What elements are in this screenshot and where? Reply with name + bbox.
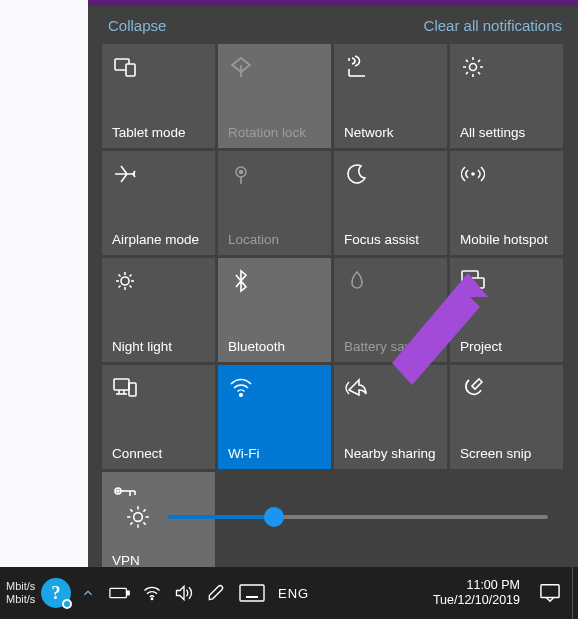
taskbar-language[interactable]: ENG — [272, 586, 315, 601]
svg-line-41 — [130, 509, 132, 511]
tile-location[interactable]: Location — [218, 151, 331, 255]
tile-label: Location — [228, 232, 279, 247]
tile-label: Rotation lock — [228, 125, 306, 140]
tile-all-settings[interactable]: All settings — [450, 44, 563, 148]
tile-label: Nearby sharing — [344, 446, 436, 461]
tile-label: Bluetooth — [228, 339, 285, 354]
svg-point-12 — [121, 277, 129, 285]
taskbar-wifi-icon[interactable] — [136, 567, 168, 619]
svg-point-49 — [151, 598, 153, 600]
tile-nearby-sharing[interactable]: Nearby sharing — [334, 365, 447, 469]
svg-rect-47 — [110, 588, 127, 597]
svg-line-17 — [119, 275, 121, 277]
project-icon — [460, 268, 486, 294]
network-icon — [344, 54, 370, 80]
help-badge-icon[interactable]: ? — [40, 567, 72, 619]
slider-thumb[interactable] — [264, 507, 284, 527]
bluetooth-icon — [228, 268, 254, 294]
svg-rect-22 — [471, 278, 484, 288]
svg-rect-1 — [126, 64, 135, 76]
tile-battery-saver[interactable]: Battery saver — [334, 258, 447, 362]
svg-point-11 — [471, 172, 475, 176]
taskbar-touch-keyboard-icon[interactable] — [232, 567, 272, 619]
net-meter: Mbit/s Mbit/s — [0, 580, 40, 606]
svg-rect-48 — [127, 591, 129, 595]
tablet-mode-icon — [112, 54, 138, 80]
tile-label: VPN — [112, 553, 140, 568]
svg-point-30 — [240, 394, 243, 397]
tray-overflow-chevron-icon[interactable] — [72, 567, 104, 619]
tile-wifi[interactable]: Wi-Fi — [218, 365, 331, 469]
tile-connect[interactable]: Connect — [102, 365, 215, 469]
settings-icon — [460, 54, 486, 80]
taskbar-volume-icon[interactable] — [168, 567, 200, 619]
brightness-row — [88, 497, 578, 537]
show-desktop-button[interactable] — [572, 567, 578, 619]
tile-label: Screen snip — [460, 446, 531, 461]
action-center-panel: Collapse Clear all notifications Tablet … — [88, 6, 578, 567]
tile-night-light[interactable]: Night light — [102, 258, 215, 362]
svg-rect-25 — [114, 379, 129, 390]
tile-focus-assist[interactable]: Focus assist — [334, 151, 447, 255]
svg-point-35 — [117, 490, 119, 492]
airplane-icon — [112, 161, 138, 187]
svg-line-20 — [130, 275, 132, 277]
taskbar-battery-icon[interactable] — [104, 567, 136, 619]
battery-saver-icon — [344, 268, 370, 294]
tile-label: Network — [344, 125, 394, 140]
hotspot-icon — [460, 161, 486, 187]
tile-label: All settings — [460, 125, 525, 140]
tile-tablet-mode[interactable]: Tablet mode — [102, 44, 215, 148]
svg-point-9 — [240, 171, 243, 174]
svg-rect-51 — [240, 585, 264, 601]
slider-track-filled — [168, 515, 274, 519]
svg-line-19 — [119, 286, 121, 288]
svg-line-44 — [143, 509, 145, 511]
svg-line-43 — [130, 522, 132, 524]
tile-label: Airplane mode — [112, 232, 199, 247]
svg-marker-50 — [177, 586, 185, 599]
tile-airplane-mode[interactable]: Airplane mode — [102, 151, 215, 255]
tile-bluetooth[interactable]: Bluetooth — [218, 258, 331, 362]
svg-rect-29 — [129, 383, 136, 396]
connect-icon — [112, 375, 138, 401]
rotation-lock-icon — [228, 54, 254, 80]
taskbar-action-center-icon[interactable] — [528, 567, 572, 619]
moon-icon — [344, 161, 370, 187]
night-light-icon — [112, 268, 138, 294]
taskbar: Mbit/s Mbit/s ? ENG 11:00 PM Tue/12/10/2… — [0, 567, 578, 619]
tile-screen-snip[interactable]: Screen snip — [450, 365, 563, 469]
taskbar-pen-icon[interactable] — [200, 567, 232, 619]
tile-label: Battery saver — [344, 339, 424, 354]
svg-line-42 — [143, 522, 145, 524]
location-icon — [228, 161, 254, 187]
svg-point-36 — [134, 513, 143, 522]
screen-snip-icon — [460, 375, 486, 401]
tile-rotation-lock[interactable]: Rotation lock — [218, 44, 331, 148]
clear-all-notifications-link[interactable]: Clear all notifications — [424, 17, 562, 34]
tile-project[interactable]: Project — [450, 258, 563, 362]
tile-label: Connect — [112, 446, 162, 461]
nearby-share-icon — [344, 375, 370, 401]
tile-mobile-hotspot[interactable]: Mobile hotspot — [450, 151, 563, 255]
wifi-icon — [228, 375, 254, 401]
tile-label: Mobile hotspot — [460, 232, 548, 247]
svg-point-7 — [470, 64, 477, 71]
tile-label: Focus assist — [344, 232, 419, 247]
tile-label: Tablet mode — [112, 125, 186, 140]
collapse-link[interactable]: Collapse — [108, 17, 166, 34]
desktop-background-strip — [0, 0, 88, 567]
slider-track-empty — [274, 515, 548, 519]
svg-rect-63 — [541, 585, 559, 598]
action-center-header: Collapse Clear all notifications — [88, 6, 578, 44]
brightness-slider[interactable] — [168, 515, 548, 519]
tile-label: Wi-Fi — [228, 446, 259, 461]
svg-line-18 — [130, 286, 132, 288]
brightness-sun-icon — [118, 504, 158, 530]
tile-network[interactable]: Network — [334, 44, 447, 148]
tile-label: Night light — [112, 339, 172, 354]
tile-label: Project — [460, 339, 502, 354]
taskbar-clock[interactable]: 11:00 PM Tue/12/10/2019 — [425, 578, 528, 608]
